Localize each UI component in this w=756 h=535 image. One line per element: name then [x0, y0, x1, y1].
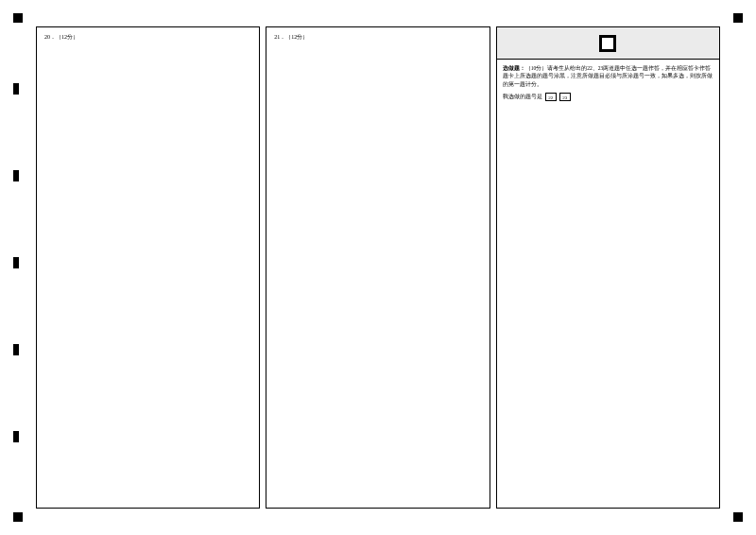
question-label-21: 21．（12分） — [274, 33, 308, 42]
selected-question-row: 我选做的题号是 22 23 — [497, 91, 719, 103]
fiducial-mark-bottom-right — [733, 512, 743, 522]
header-square-icon — [599, 35, 616, 52]
option-box-23[interactable]: 23 — [559, 93, 571, 101]
fiducial-mark-top-left — [13, 13, 23, 23]
answer-column-1: 20．（12分） — [36, 26, 260, 509]
answer-column-2: 21．（12分） — [266, 26, 490, 509]
side-tick-mark — [13, 170, 19, 181]
optional-question-instruction: 选做题：（10分）请考生从给出的22、23两道题中任选一题作答，并在相应答卡作答… — [497, 60, 719, 91]
side-tick-mark — [13, 431, 19, 442]
answer-column-3: 选做题：（10分）请考生从给出的22、23两道题中任选一题作答，并在相应答卡作答… — [496, 26, 720, 509]
optional-section-title: 选做题： — [503, 65, 525, 71]
answer-sheet-page: 20．（12分） 21．（12分） 选做题：（10分）请考生从给出的22、23两… — [0, 0, 756, 535]
side-tick-mark — [13, 344, 19, 355]
column-header-band — [497, 27, 719, 60]
side-tick-mark — [13, 257, 19, 268]
fiducial-mark-bottom-left — [13, 512, 23, 522]
answer-columns: 20．（12分） 21．（12分） 选做题：（10分）请考生从给出的22、23两… — [36, 26, 720, 509]
select-label: 我选做的题号是 — [503, 94, 542, 100]
fiducial-mark-top-right — [733, 13, 743, 23]
side-tick-mark — [13, 83, 19, 95]
option-box-22[interactable]: 22 — [545, 93, 557, 101]
optional-instruction-text: （10分）请考生从给出的22、23两道题中任选一题作答，并在相应答卡作答题卡上所… — [503, 65, 713, 87]
question-label-20: 20．（12分） — [44, 33, 78, 42]
